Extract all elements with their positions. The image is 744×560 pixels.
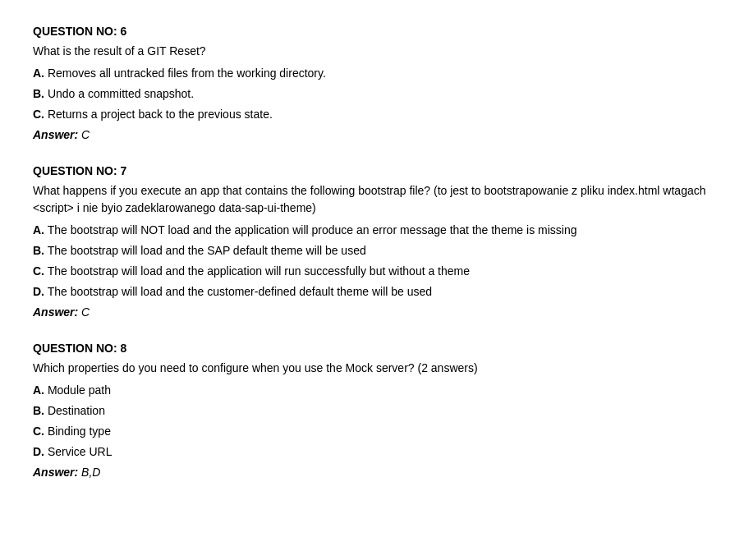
question-block-q6: QUESTION NO: 6What is the result of a GI…: [33, 25, 711, 141]
option-letter-q7-0: A.: [33, 223, 44, 236]
option-q6-2: C. Returns a project back to the previou…: [33, 106, 711, 123]
questions-container: QUESTION NO: 6What is the result of a GI…: [33, 25, 711, 479]
question-title-q8: QUESTION NO: 8: [33, 342, 711, 355]
option-letter-q8-0: A.: [33, 383, 44, 397]
answer-label-q7: Answer:: [33, 305, 78, 319]
option-letter-q7-1: B.: [33, 244, 44, 257]
question-title-q6: QUESTION NO: 6: [33, 25, 711, 38]
option-letter-q8-3: D.: [33, 445, 44, 458]
option-letter-q7-2: C.: [33, 264, 44, 278]
question-text-q6: What is the result of a GIT Reset?: [33, 43, 711, 60]
option-q7-2: C. The bootstrap will load and the appli…: [33, 263, 711, 280]
question-text-q8: Which properties do you need to configur…: [33, 360, 711, 377]
question-title-q7: QUESTION NO: 7: [33, 164, 711, 177]
option-q6-1: B. Undo a committed snapshot.: [33, 85, 711, 103]
option-letter-q7-3: D.: [33, 285, 44, 298]
question-block-q8: QUESTION NO: 8Which properties do you ne…: [33, 342, 711, 479]
answer-label-q6: Answer:: [33, 128, 78, 141]
question-block-q7: QUESTION NO: 7What happens if you execut…: [33, 164, 711, 319]
option-q6-0: A. Removes all untracked files from the …: [33, 65, 711, 82]
option-q8-3: D. Service URL: [33, 443, 711, 461]
option-q8-2: C. Binding type: [33, 423, 711, 440]
option-letter-q6-1: B.: [33, 87, 44, 100]
answer-q6: Answer: C: [33, 128, 711, 141]
option-letter-q8-2: C.: [33, 425, 44, 438]
option-letter-q6-2: C.: [33, 108, 44, 121]
option-q7-1: B. The bootstrap will load and the SAP d…: [33, 242, 711, 259]
option-letter-q6-0: A.: [33, 67, 44, 80]
option-q8-1: B. Destination: [33, 402, 711, 420]
option-letter-q8-1: B.: [33, 404, 44, 417]
option-q7-0: A. The bootstrap will NOT load and the a…: [33, 222, 711, 239]
option-q8-0: A. Module path: [33, 382, 711, 399]
answer-q7: Answer: C: [33, 305, 711, 319]
question-text-q7: What happens if you execute an app that …: [33, 182, 711, 217]
answer-label-q8: Answer:: [33, 466, 78, 479]
answer-q8: Answer: B,D: [33, 466, 711, 479]
option-q7-3: D. The bootstrap will load and the custo…: [33, 283, 711, 301]
